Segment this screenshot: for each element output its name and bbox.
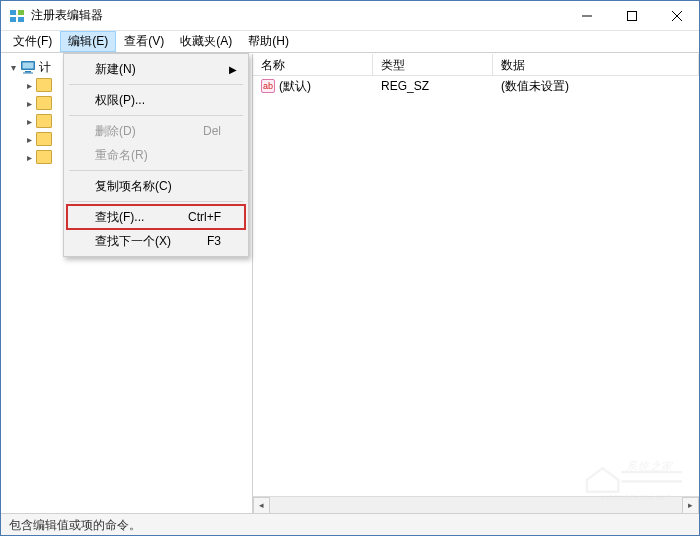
folder-icon <box>36 78 52 92</box>
app-icon <box>9 8 25 24</box>
svg-rect-5 <box>627 11 636 20</box>
menu-item-label: 查找(F)... <box>95 209 144 226</box>
menu-help[interactable]: 帮助(H) <box>240 31 297 52</box>
menu-item-label: 重命名(R) <box>95 147 148 164</box>
menu-separator <box>69 170 243 171</box>
edit-dropdown: 新建(N) ▶ 权限(P)... 删除(D) Del 重命名(R) 复制项名称(… <box>63 53 249 257</box>
menu-separator <box>69 115 243 116</box>
column-header-name[interactable]: 名称 <box>253 54 373 75</box>
menu-item-new[interactable]: 新建(N) ▶ <box>67 57 245 81</box>
menu-item-delete: 删除(D) Del <box>67 119 245 143</box>
svg-rect-0 <box>10 10 16 15</box>
menu-item-label: 查找下一个(X) <box>95 233 171 250</box>
menu-item-permissions[interactable]: 权限(P)... <box>67 88 245 112</box>
title-bar: 注册表编辑器 <box>1 1 699 31</box>
menu-separator <box>69 84 243 85</box>
menu-file[interactable]: 文件(F) <box>5 31 60 52</box>
list-pane: 名称 类型 数据 ab (默认) REG_SZ (数值未设置) ◂ ▸ <box>253 54 699 513</box>
svg-rect-3 <box>18 17 24 22</box>
menu-item-copy-key-name[interactable]: 复制项名称(C) <box>67 174 245 198</box>
menu-item-find-next[interactable]: 查找下一个(X) F3 <box>67 229 245 253</box>
chevron-down-icon[interactable]: ▾ <box>7 62 19 73</box>
menu-separator <box>69 201 243 202</box>
scroll-track[interactable] <box>270 497 682 513</box>
minimize-button[interactable] <box>564 1 609 30</box>
chevron-right-icon[interactable]: ▸ <box>23 116 35 127</box>
menu-item-rename: 重命名(R) <box>67 143 245 167</box>
list-row[interactable]: ab (默认) REG_SZ (数值未设置) <box>253 76 699 96</box>
menu-shortcut: Ctrl+F <box>188 210 221 224</box>
window-title: 注册表编辑器 <box>31 7 564 24</box>
cell-name: ab (默认) <box>253 78 373 95</box>
svg-rect-10 <box>25 71 31 73</box>
menu-edit[interactable]: 编辑(E) <box>60 31 116 52</box>
string-value-icon: ab <box>261 79 275 93</box>
horizontal-scrollbar[interactable]: ◂ ▸ <box>253 496 699 513</box>
menu-shortcut: Del <box>203 124 221 138</box>
chevron-right-icon[interactable]: ▸ <box>23 152 35 163</box>
cell-data: (数值未设置) <box>493 78 699 95</box>
folder-icon <box>36 132 52 146</box>
list-header: 名称 类型 数据 <box>253 54 699 76</box>
chevron-right-icon[interactable]: ▸ <box>23 80 35 91</box>
menu-item-label: 权限(P)... <box>95 92 145 109</box>
menu-shortcut: F3 <box>207 234 221 248</box>
value-name: (默认) <box>279 78 311 95</box>
folder-icon <box>36 96 52 110</box>
folder-icon <box>36 114 52 128</box>
list-body: ab (默认) REG_SZ (数值未设置) <box>253 76 699 496</box>
chevron-right-icon[interactable]: ▸ <box>23 134 35 145</box>
submenu-arrow-icon: ▶ <box>229 64 237 75</box>
computer-icon <box>20 59 36 75</box>
svg-rect-11 <box>23 73 33 74</box>
status-text: 包含编辑值或项的命令。 <box>9 518 141 532</box>
cell-type: REG_SZ <box>373 79 493 93</box>
folder-icon <box>36 150 52 164</box>
chevron-right-icon[interactable]: ▸ <box>23 98 35 109</box>
menu-item-label: 删除(D) <box>95 123 136 140</box>
menu-item-label: 新建(N) <box>95 61 136 78</box>
status-bar: 包含编辑值或项的命令。 <box>1 513 699 535</box>
close-button[interactable] <box>654 1 699 30</box>
scroll-right-icon[interactable]: ▸ <box>682 497 699 514</box>
tree-root-label: 计 <box>39 59 51 76</box>
menu-item-find[interactable]: 查找(F)... Ctrl+F <box>67 205 245 229</box>
svg-rect-2 <box>10 17 16 22</box>
svg-rect-1 <box>18 10 24 15</box>
svg-rect-9 <box>23 63 34 69</box>
window-controls <box>564 1 699 30</box>
menu-item-label: 复制项名称(C) <box>95 178 172 195</box>
maximize-button[interactable] <box>609 1 654 30</box>
menu-bar: 文件(F) 编辑(E) 查看(V) 收藏夹(A) 帮助(H) <box>1 31 699 53</box>
column-header-type[interactable]: 类型 <box>373 54 493 75</box>
menu-view[interactable]: 查看(V) <box>116 31 172 52</box>
column-header-data[interactable]: 数据 <box>493 54 699 75</box>
menu-favorites[interactable]: 收藏夹(A) <box>172 31 240 52</box>
scroll-left-icon[interactable]: ◂ <box>253 497 270 514</box>
